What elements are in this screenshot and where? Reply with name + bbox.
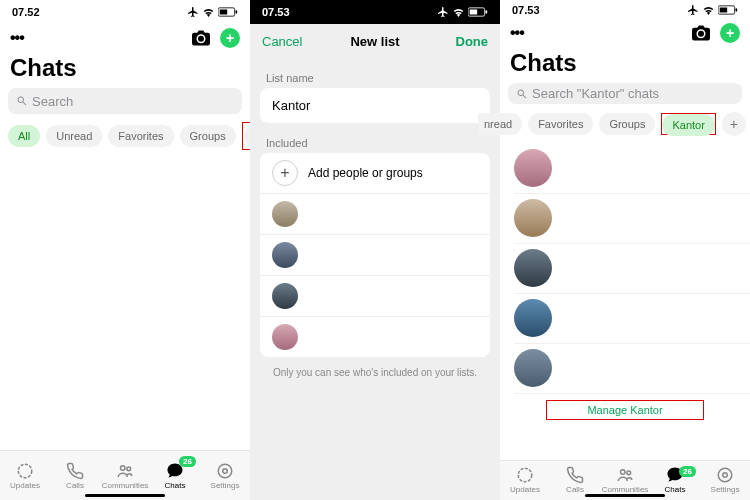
included-person[interactable] [260,317,490,357]
svg-point-14 [518,469,532,483]
tab-updates[interactable]: Updates [0,451,50,500]
tab-calls[interactable]: Calls [50,451,100,500]
svg-point-4 [121,465,126,470]
plus-icon: + [272,160,298,186]
svg-point-17 [723,473,728,478]
status-time: 07.52 [12,6,40,18]
pill-all[interactable]: All [8,125,40,147]
search-placeholder: Search "Kantor" chats [532,86,659,101]
home-indicator [585,494,665,497]
communities-icon [615,466,635,484]
pill-kantor[interactable]: Kantor [662,114,714,136]
new-chat-button[interactable]: + [220,28,240,48]
svg-rect-2 [236,10,238,13]
svg-point-7 [218,464,232,478]
avatar [514,349,552,387]
status-icons [437,6,488,18]
battery-icon [468,7,488,17]
included-person[interactable] [260,235,490,276]
updates-icon [515,466,535,484]
manage-section: Manage Kantor [500,394,750,460]
communities-icon [115,462,135,480]
tab-settings[interactable]: Settings [700,461,750,500]
chat-row[interactable] [514,194,750,244]
add-people-row[interactable]: + Add people or groups [260,153,490,194]
pill-groups[interactable]: Groups [180,125,236,147]
phone-screen-3: 07.53 ••• + Chats Search "Kantor" chats … [500,0,750,500]
wifi-icon [202,7,215,17]
chat-row[interactable] [514,244,750,294]
avatar [272,324,298,350]
header: ••• + [0,24,250,50]
svg-point-5 [127,466,131,470]
listname-input[interactable]: Kantor [260,88,490,123]
chat-list [500,144,750,394]
new-chat-button[interactable]: + [720,23,740,43]
cancel-button[interactable]: Cancel [262,34,302,49]
avatar [272,283,298,309]
pill-groups[interactable]: Groups [599,113,655,135]
chats-badge: 26 [179,456,196,467]
status-icons [687,4,738,16]
more-menu-icon[interactable]: ••• [10,29,24,47]
avatar [272,242,298,268]
wifi-icon [452,7,465,17]
chat-row[interactable] [514,294,750,344]
svg-rect-13 [736,8,738,11]
manage-list-button[interactable]: Manage Kantor [546,400,703,420]
highlight-box: + [242,122,250,150]
camera-icon[interactable] [192,30,210,46]
svg-point-6 [223,468,228,473]
done-button[interactable]: Done [456,34,489,49]
pill-favorites[interactable]: Favorites [528,113,593,135]
included-person[interactable] [260,276,490,317]
status-time: 07.53 [262,6,290,18]
tab-chats[interactable]: 26Chats [150,451,200,500]
airplane-icon [437,6,449,18]
chats-badge: 26 [679,466,696,477]
avatar [514,199,552,237]
tab-updates[interactable]: Updates [500,461,550,500]
svg-point-15 [621,470,626,475]
settings-icon [715,466,735,484]
calls-icon [65,462,85,480]
battery-icon [718,5,738,15]
camera-icon[interactable] [692,25,710,41]
search-icon [16,95,28,107]
airplane-icon [687,4,699,16]
settings-icon [215,462,235,480]
pill-unread[interactable]: nread [478,113,522,135]
page-title: Chats [0,50,250,88]
add-people-label: Add people or groups [308,166,423,180]
status-bar: 07.53 [250,0,500,24]
included-person[interactable] [260,194,490,235]
chat-row[interactable] [514,344,750,394]
add-list-button[interactable]: + [722,112,746,136]
page-title: Chats [500,45,750,83]
filter-pills: nread Favorites Groups Kantor + [470,112,750,144]
airplane-icon [187,6,199,18]
avatar [514,299,552,337]
tab-settings[interactable]: Settings [200,451,250,500]
phone-screen-1: 07.52 ••• + Chats Search All Unread Favo… [0,0,250,500]
pill-favorites[interactable]: Favorites [108,125,173,147]
tab-communities[interactable]: Communities [100,451,150,500]
home-indicator [85,494,165,497]
chat-row[interactable] [514,144,750,194]
avatar [272,201,298,227]
tab-bar: Updates Calls Communities 26Chats Settin… [0,450,250,500]
modal-header: Cancel New list Done [250,24,500,58]
battery-icon [218,7,238,17]
status-icons [187,6,238,18]
search-input[interactable]: Search "Kantor" chats [508,83,742,104]
pill-unread[interactable]: Unread [46,125,102,147]
search-input[interactable]: Search [8,88,242,114]
svg-rect-9 [470,10,478,15]
status-time: 07.53 [512,4,540,16]
privacy-hint: Only you can see who's included on your … [250,357,500,388]
highlight-box: Kantor [661,113,715,135]
updates-icon [15,462,35,480]
status-bar: 07.52 [0,0,250,24]
status-bar: 07.53 [500,0,750,19]
more-menu-icon[interactable]: ••• [510,24,524,42]
